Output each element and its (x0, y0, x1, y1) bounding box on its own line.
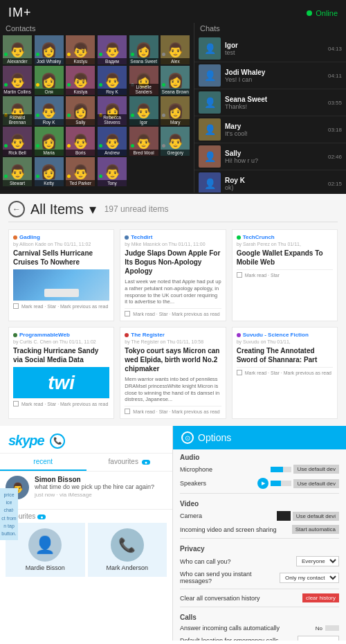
chat-item[interactable]: 👤 Seana Sweet Thanks! 03:55 (194, 89, 346, 116)
contact-cell[interactable]: 👩 Maria (35, 127, 64, 156)
rss-card[interactable]: Suvudu - Science Fiction by Suvudu on Th… (232, 327, 338, 419)
contact-cell[interactable]: 👩 Sally (66, 96, 95, 125)
contact-cell[interactable]: 👨 Roy K (35, 96, 64, 125)
contact-cell[interactable]: 👨 Stewart (3, 157, 32, 186)
mark-read-checkbox[interactable] (237, 370, 242, 375)
contact-cell[interactable]: 👨 Igor (129, 96, 158, 125)
auto-answer-toggle[interactable] (325, 625, 339, 631)
contact-cell[interactable]: 👨 Bred Wool (129, 127, 158, 156)
contact-cell[interactable]: 👩 Ketty (35, 157, 64, 186)
clear-history-row: Clear all conversation history clear his… (173, 591, 346, 605)
contact-cell[interactable]: 👨 Richard Brennan (3, 96, 32, 125)
im-columns: Contacts 👨 Alexander 👩 Jodi Whaley 👦 Kos… (0, 23, 346, 193)
clear-history-label: Clear all conversation history (180, 595, 300, 602)
favs-label: favourites ● (6, 512, 167, 520)
rss-back-button[interactable]: ← (8, 201, 25, 217)
contact-cell[interactable]: 👨 Rick Bell (3, 127, 32, 156)
fav-phone-avatar: 📞 (111, 528, 144, 562)
contact-cell[interactable]: 👩 Seana Sweet (129, 35, 158, 64)
contact-cell[interactable]: 👦 Kostyu (66, 35, 95, 64)
contact-cell[interactable]: 👨 Roy K (98, 66, 127, 95)
rss-card[interactable]: Techdirt by Mike Masnick on Thu 01/11, 1… (120, 229, 226, 321)
bottom-section: price ice chat· ct from n tap button. sk… (0, 426, 346, 641)
emergency-location-input[interactable] (298, 636, 339, 641)
speakers-slider[interactable] (271, 481, 291, 486)
contact-cell[interactable]: 👨 Andrew (98, 127, 127, 156)
fav-name: Mardie Bisson (26, 564, 65, 571)
tab-recent[interactable]: recent (0, 454, 86, 471)
chat-item[interactable]: 👤 Roy K ok) 02:15 (194, 170, 346, 193)
audio-label: Audio (173, 449, 346, 463)
rss-card[interactable]: Gadling by Allison Kade on Thu 01/11, 11… (8, 229, 114, 321)
mark-read-checkbox[interactable] (237, 272, 242, 278)
im-section: IM+ Online Contacts 👨 Alexander 👩 Jodi W… (0, 0, 346, 194)
microphone-label: Microphone (180, 466, 268, 473)
contact-cell[interactable]: 👨 Alexander (3, 35, 32, 64)
rss-source: The Register (125, 332, 221, 338)
contacts-column: Contacts 👨 Alexander 👩 Jodi Whaley 👦 Kos… (0, 23, 194, 193)
who-msg-row: Who can send you instant messages? Only … (173, 569, 346, 587)
fav-item-mark[interactable]: 📞 Mark Anderson (88, 523, 167, 577)
chat-item[interactable]: 👤 Jodi Whaley Yes! I can 04:11 (194, 62, 346, 89)
screen-sharing-btn[interactable]: Start automatica (292, 525, 339, 534)
chat-item[interactable]: 👤 Mary It's cool! 03:18 (194, 116, 346, 143)
rss-card[interactable]: ProgrammableWeb by Curtis C. Chen on Thu… (8, 327, 114, 419)
speakers-btn[interactable]: Use default dev (293, 479, 339, 488)
rss-card[interactable]: TechCrunch by Sarah Perez on Thu 01/11, … (232, 229, 338, 321)
chats-column: Chats 👤 Igor test 04:13 👤 Jodi Whaley Ye… (194, 23, 346, 193)
emergency-location-label: Default location for emergency calls (180, 637, 295, 641)
contact-cell[interactable]: 👩 Lionelle Sanders (129, 66, 158, 95)
divider-2 (180, 538, 339, 539)
who-msg-select[interactable]: Only my contact (280, 573, 339, 583)
recent-item[interactable]: 👨 Simon Bisson what time do we pick up t… (6, 476, 167, 499)
im-header: IM+ Online (0, 0, 346, 23)
rss-meta: by Allison Kade on Thu 01/11, 11:02 (13, 242, 109, 247)
contact-cell[interactable]: 👩 Mary (161, 96, 190, 125)
recent-name: Simon Bisson (35, 476, 154, 483)
contact-cell[interactable]: 👦 Kostya (66, 66, 95, 95)
recent-item-info: Simon Bisson what time do we pick up the… (35, 476, 154, 498)
speakers-label: Speakers (180, 480, 255, 487)
rss-headline: Tracking Hurricane Sandy via Social Medi… (13, 346, 109, 364)
chat-item[interactable]: 👤 Sally Hi! how r u? 02:46 (194, 143, 346, 170)
camera-btn[interactable]: Use default devi (293, 512, 339, 521)
contact-cell[interactable]: 👩 Jodi Whaley (35, 35, 64, 64)
mark-read-checkbox[interactable] (125, 409, 130, 414)
divider-4 (180, 607, 339, 607)
tab-favourites[interactable]: favourites ● (86, 454, 173, 471)
who-call-select[interactable]: Everyone (296, 556, 339, 566)
microphone-slider[interactable] (271, 467, 291, 472)
recent-message: what time do we pick up the hire car aga… (35, 483, 154, 492)
skype-favs-section: favourites ● 👤 Mardie Bisson 📞 Mark Ande… (0, 509, 172, 580)
who-call-label: Who can call you? (180, 558, 293, 565)
rss-body: Mem warrior wants into bed of penniless … (125, 376, 221, 403)
who-msg-label: Who can send you instant messages? (180, 571, 277, 584)
contact-cell[interactable]: 👨 Ted Parker (66, 157, 95, 186)
im-title: IM+ (8, 6, 32, 20)
contact-cell[interactable]: 👨 Вадим (98, 35, 127, 64)
sidebar-text: ice chat· (1, 499, 17, 514)
contact-cell[interactable]: 👩 Seana Brown (161, 66, 190, 95)
contact-cell[interactable]: 👨 Alex (161, 35, 190, 64)
contact-cell[interactable]: 👨 Boris (66, 127, 95, 156)
contact-cell[interactable]: 👨 Gregory (161, 127, 190, 156)
contact-cell[interactable]: 👨 Martin Collins (3, 66, 32, 95)
mark-read-checkbox[interactable] (13, 303, 19, 309)
chat-item[interactable]: 👤 Igor test 04:13 (194, 35, 346, 62)
camera-row: Camera Use default devi (173, 509, 346, 523)
contact-cell[interactable]: 👩 Rebecca Stevens (98, 96, 127, 125)
play-button[interactable]: ▶ (257, 478, 268, 489)
microphone-btn[interactable]: Use default dev (293, 465, 339, 474)
mark-read-checkbox[interactable] (125, 311, 130, 316)
contact-cell[interactable]: 👨 Tony (98, 157, 127, 186)
skype-phone-icon[interactable]: 📞 (50, 433, 65, 449)
mark-read-checkbox[interactable] (13, 401, 19, 406)
clear-history-button[interactable]: clear history (302, 593, 339, 602)
options-icon: ⊙ (181, 431, 194, 444)
contact-cell[interactable]: 👩 Оля (35, 66, 64, 95)
rss-title: All Items (30, 202, 84, 217)
divider-1 (180, 493, 339, 494)
camera-control: Use default devi (277, 511, 339, 521)
rss-actions-text: Mark read · Star · Mark previous as read (245, 370, 331, 375)
rss-card[interactable]: The Register by The Register on Thu 01/1… (120, 327, 226, 419)
